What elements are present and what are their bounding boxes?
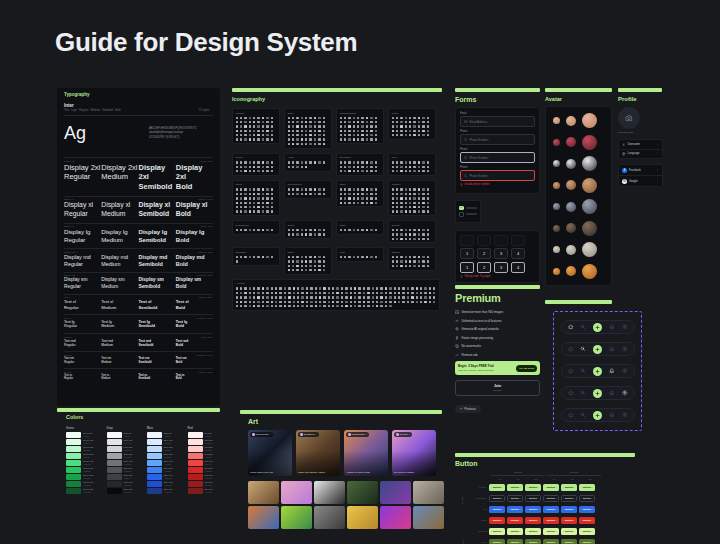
button-chip[interactable]: +Button+ (561, 495, 577, 502)
button-chip[interactable]: +Button+ (561, 528, 577, 535)
tab-home-button[interactable] (568, 324, 574, 330)
otp-cell[interactable] (460, 235, 474, 246)
art-thumbnail[interactable] (281, 481, 312, 504)
plus-button[interactable] (593, 345, 602, 354)
profile-menu-item[interactable]: Language (619, 149, 662, 159)
checkbox-row[interactable] (459, 212, 477, 217)
tab-gear-button[interactable] (622, 390, 628, 396)
art-thumbnail[interactable] (380, 481, 411, 504)
button-chip[interactable]: +Button+ (561, 506, 577, 513)
profile-menu-item[interactable]: Username (619, 140, 662, 149)
profile-menu-item[interactable]: GGoogle (619, 175, 662, 186)
plus-button[interactable] (593, 367, 602, 376)
art-card[interactable]: Cyber Realm✓Gothic castle in the rain (248, 430, 292, 476)
art-thumbnail[interactable] (314, 481, 345, 504)
button-chip[interactable]: +Button+ (525, 495, 541, 502)
button-chip[interactable]: +Button+ (543, 517, 559, 524)
tab-bell-button[interactable] (609, 390, 615, 396)
button-chip[interactable]: +Button+ (579, 517, 595, 524)
button-chip[interactable]: +Button+ (489, 528, 505, 535)
button-chip[interactable]: +Button+ (561, 484, 577, 491)
tab-gear-button[interactable] (622, 412, 628, 418)
join-button[interactable]: Join us now (455, 380, 540, 396)
text-input[interactable]: Phone Number (460, 170, 535, 181)
otp-cell[interactable]: 3 (494, 248, 508, 259)
otp-cell[interactable] (494, 235, 508, 246)
tab-search-button[interactable] (580, 412, 586, 418)
text-input[interactable]: Phone Number (460, 134, 535, 145)
tab-search-button[interactable] (580, 390, 586, 396)
otp-cell[interactable]: 1 (460, 262, 474, 273)
tab-search-button[interactable] (580, 368, 586, 374)
art-thumbnail[interactable] (413, 506, 444, 529)
plus-button[interactable] (593, 323, 602, 332)
art-thumbnail[interactable] (380, 506, 411, 529)
button-chip[interactable]: +Button+ (489, 517, 505, 524)
button-chip[interactable]: +Button+ (525, 484, 541, 491)
otp-cell[interactable]: 2 (477, 262, 491, 273)
tab-home-button[interactable] (568, 346, 574, 352)
tab-bell-button[interactable] (609, 324, 615, 330)
button-chip[interactable]: +Button+ (579, 484, 595, 491)
profile-menu-item[interactable]: fFacebook (619, 165, 662, 175)
button-chip[interactable]: +Button+ (525, 517, 541, 524)
button-chip[interactable]: +Button+ (579, 539, 595, 544)
tab-search-button[interactable] (580, 346, 586, 352)
otp-cell[interactable]: 4 (511, 262, 525, 273)
button-chip[interactable]: +Button+ (507, 528, 523, 535)
art-thumbnail[interactable] (281, 506, 312, 529)
button-chip[interactable]: +Button+ (507, 484, 523, 491)
checkbox[interactable] (459, 206, 464, 211)
otp-cell[interactable] (511, 235, 525, 246)
button-chip[interactable]: +Button+ (561, 539, 577, 544)
otp-cell[interactable] (477, 235, 491, 246)
button-chip[interactable]: +Button+ (507, 517, 523, 524)
button-chip[interactable]: +Button+ (543, 528, 559, 535)
claim-button[interactable]: CLAIM NOW (516, 365, 537, 372)
tab-gear-button[interactable] (622, 324, 628, 330)
art-card[interactable]: Old Stories✓Father and daughter, 35mm (296, 430, 340, 476)
button-chip[interactable]: +Button+ (507, 539, 523, 544)
tab-home-button[interactable] (568, 368, 574, 374)
checkbox-row[interactable] (459, 206, 477, 211)
tab-home-button[interactable] (568, 390, 574, 396)
button-chip[interactable]: +Button+ (525, 528, 541, 535)
button-chip[interactable]: +Button+ (489, 484, 505, 491)
button-chip[interactable]: +Button+ (525, 506, 541, 513)
button-chip[interactable]: +Button+ (489, 495, 505, 502)
button-chip[interactable]: +Button+ (579, 495, 595, 502)
art-thumbnail[interactable] (248, 481, 279, 504)
plus-button[interactable] (593, 411, 602, 420)
button-chip[interactable]: +Button+ (543, 539, 559, 544)
art-thumbnail[interactable] (413, 481, 444, 504)
tab-bell-button[interactable] (609, 412, 615, 418)
tab-bell-button[interactable] (609, 368, 615, 374)
otp-cell[interactable]: 2 (477, 248, 491, 259)
button-chip[interactable]: +Button+ (489, 506, 505, 513)
plus-button[interactable] (593, 389, 602, 398)
tab-home-button[interactable] (568, 412, 574, 418)
tab-gear-button[interactable] (622, 368, 628, 374)
art-thumbnail[interactable] (347, 506, 378, 529)
art-thumbnail[interactable] (347, 481, 378, 504)
button-chip[interactable]: +Button+ (507, 506, 523, 513)
art-thumbnail[interactable] (314, 506, 345, 529)
button-chip[interactable]: +Button+ (561, 517, 577, 524)
otp-cell[interactable]: 1 (460, 248, 474, 259)
text-input[interactable]: Phone Number (460, 152, 535, 163)
text-input[interactable]: Email Address (460, 116, 535, 127)
button-chip[interactable]: +Button+ (525, 539, 541, 544)
art-card[interactable]: Ink Flow✓Ink clouds on marble (392, 430, 436, 476)
otp-cell[interactable]: 3 (494, 262, 508, 273)
art-thumbnail[interactable] (248, 506, 279, 529)
button-chip[interactable]: +Button+ (579, 528, 595, 535)
tab-search-button[interactable] (580, 324, 586, 330)
button-chip[interactable]: +Button+ (489, 539, 505, 544)
button-chip[interactable]: +Button+ (543, 484, 559, 491)
art-card[interactable]: Paris Dreams✓Autumn evening in Paris (344, 430, 388, 476)
previous-button[interactable]: Previous (455, 405, 481, 413)
button-chip[interactable]: +Button+ (543, 506, 559, 513)
button-chip[interactable]: +Button+ (579, 506, 595, 513)
button-chip[interactable]: +Button+ (507, 495, 523, 502)
checkbox[interactable] (459, 212, 464, 217)
